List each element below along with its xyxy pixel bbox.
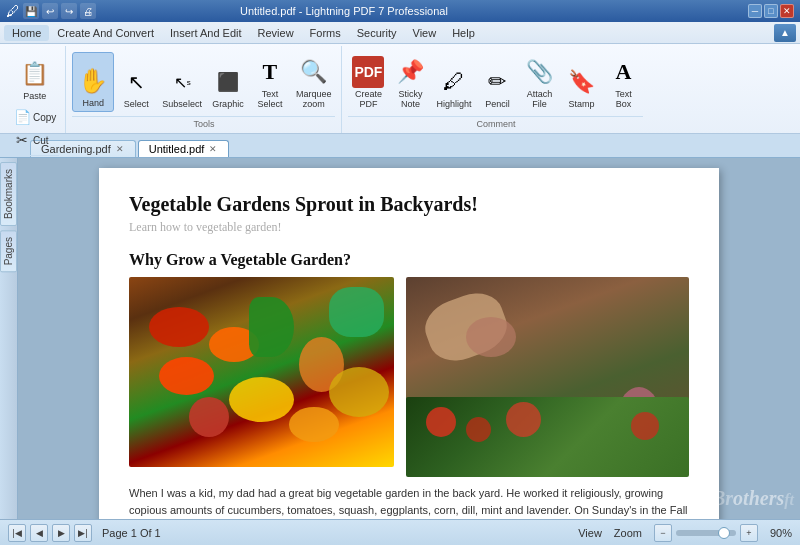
paste-btn[interactable]: 📋 Paste	[10, 48, 59, 104]
copy-cut-pair: 📄 Copy ✂ Cut	[10, 106, 59, 151]
graphic-btn[interactable]: ⬛ Graphic	[208, 52, 248, 112]
clipboard-group: 📋 Paste 📄 Copy ✂ Cut Clipboard	[4, 46, 66, 133]
close-btn[interactable]: ✕	[780, 4, 794, 18]
next-page-btn[interactable]: ▶	[52, 524, 70, 542]
tab-untitled-close[interactable]: ✕	[208, 144, 218, 154]
title-text: Untitled.pdf - Lightning PDF 7 Professio…	[240, 5, 448, 17]
menu-forms[interactable]: Forms	[302, 25, 349, 41]
menu-security[interactable]: Security	[349, 25, 405, 41]
stamp-label: Stamp	[568, 100, 594, 110]
status-right: View Zoom − + 90%	[578, 524, 792, 542]
view-label: View	[578, 527, 602, 539]
create-group: PDF CreatePDF 📌 StickyNote 🖊 Highlight ✏…	[342, 46, 649, 133]
select-btn[interactable]: ↖ Select	[116, 52, 156, 112]
ribbon-collapse-btn[interactable]: ▲	[774, 24, 796, 42]
zoom-out-btn[interactable]: −	[654, 524, 672, 542]
text-select-btn[interactable]: T TextSelect	[250, 52, 290, 112]
copy-btn[interactable]: 📄 Copy	[10, 106, 59, 128]
graphic-label: Graphic	[212, 100, 244, 110]
stamp-btn[interactable]: 🔖 Stamp	[561, 52, 601, 112]
menu-home[interactable]: Home	[4, 25, 49, 41]
sticky-note-icon: 📌	[394, 56, 426, 88]
maximize-btn[interactable]: □	[764, 4, 778, 18]
comment-label: Comment	[348, 116, 643, 131]
zoom-label: Zoom	[614, 527, 642, 539]
menu-review[interactable]: Review	[250, 25, 302, 41]
left-side-panel: Bookmarks Pages	[0, 158, 18, 519]
last-page-btn[interactable]: ▶|	[74, 524, 92, 542]
hand-btn[interactable]: ✋ Hand	[72, 52, 114, 112]
tab-untitled-label: Untitled.pdf	[149, 143, 205, 155]
zoom-in-btn[interactable]: +	[740, 524, 758, 542]
bookmarks-panel-tab[interactable]: Bookmarks	[0, 162, 17, 226]
text-box-label: TextBox	[615, 90, 632, 110]
watermark: Brothersft	[712, 485, 794, 511]
pdf-section-heading: Why Grow a Vegetable Garden?	[129, 251, 689, 269]
main-area: Bookmarks Pages Vegetable Gardens Sprout…	[0, 158, 800, 519]
hand-icon: ✋	[77, 65, 109, 97]
minimize-btn[interactable]: ─	[748, 4, 762, 18]
paste-label: Paste	[23, 92, 46, 102]
status-bar: |◀ ◀ ▶ ▶| Page 1 Of 1 View Zoom − + 90%	[0, 519, 800, 545]
ribbon: 📋 Paste 📄 Copy ✂ Cut Clipboard	[0, 44, 800, 134]
cut-icon: ✂	[13, 132, 31, 148]
zoom-slider[interactable]	[676, 530, 736, 536]
create-buttons: PDF CreatePDF 📌 StickyNote 🖊 Highlight ✏…	[348, 48, 643, 116]
sticky-note-btn[interactable]: 📌 StickyNote	[390, 52, 430, 112]
create-pdf-btn[interactable]: PDF CreatePDF	[348, 52, 388, 112]
save-quick-btn[interactable]: 💾	[23, 3, 39, 19]
marquee-zoom-label: Marqueezoom	[296, 90, 332, 110]
attach-file-icon: 📎	[523, 56, 555, 88]
subselect-btn[interactable]: ↖s Subselect	[158, 52, 206, 112]
pencil-icon: ✏	[481, 66, 513, 98]
text-select-label: TextSelect	[257, 90, 282, 110]
menu-help[interactable]: Help	[444, 25, 483, 41]
highlight-btn[interactable]: 🖊 Highlight	[432, 52, 475, 112]
text-box-btn[interactable]: A TextBox	[603, 52, 643, 112]
menu-view[interactable]: View	[405, 25, 445, 41]
marquee-zoom-btn[interactable]: 🔍 Marqueezoom	[292, 52, 336, 112]
create-pdf-icon: PDF	[352, 56, 384, 88]
tabs-bar: Gardening.pdf ✕ Untitled.pdf ✕	[0, 134, 800, 158]
menu-create-convert[interactable]: Create And Convert	[49, 25, 162, 41]
menu-bar: Home Create And Convert Insert And Edit …	[0, 22, 800, 44]
marquee-zoom-icon: 🔍	[298, 56, 330, 88]
clipboard-buttons: 📋 Paste 📄 Copy ✂ Cut	[10, 48, 59, 155]
sticky-note-label: StickyNote	[398, 90, 422, 110]
pencil-btn[interactable]: ✏ Pencil	[477, 52, 517, 112]
menu-insert-edit[interactable]: Insert And Edit	[162, 25, 250, 41]
document-area[interactable]: Vegetable Gardens Sprout in Backyards! L…	[18, 158, 800, 519]
pdf-body-text: When I was a kid, my dad had a great big…	[129, 485, 689, 519]
tools-label: Tools	[72, 116, 335, 131]
copy-label: Copy	[33, 112, 56, 123]
highlight-icon: 🖊	[438, 66, 470, 98]
highlight-label: Highlight	[436, 100, 471, 110]
pdf-page: Vegetable Gardens Sprout in Backyards! L…	[99, 168, 719, 519]
title-bar-left: 🖊 💾 ↩ ↪ 🖨 Untitled.pdf - Lightning PDF 7…	[6, 3, 448, 19]
zoom-control[interactable]: − +	[654, 524, 758, 542]
tab-untitled[interactable]: Untitled.pdf ✕	[138, 140, 230, 157]
paste-section: 📋 Paste 📄 Copy ✂ Cut	[10, 48, 59, 151]
window-controls: ─ □ ✕	[748, 4, 794, 18]
hand-label: Hand	[83, 99, 105, 109]
redo-quick-btn[interactable]: ↪	[61, 3, 77, 19]
subselect-icon: ↖s	[166, 66, 198, 98]
stamp-icon: 🔖	[565, 66, 597, 98]
text-select-icon: T	[254, 56, 286, 88]
prev-page-btn[interactable]: ◀	[30, 524, 48, 542]
print-quick-btn[interactable]: 🖨	[80, 3, 96, 19]
title-bar: 🖊 💾 ↩ ↪ 🖨 Untitled.pdf - Lightning PDF 7…	[0, 0, 800, 22]
undo-quick-btn[interactable]: ↩	[42, 3, 58, 19]
first-page-btn[interactable]: |◀	[8, 524, 26, 542]
vegetable-basket-image	[129, 277, 394, 467]
pages-panel-tab[interactable]: Pages	[0, 230, 17, 272]
attach-file-btn[interactable]: 📎 AttachFile	[519, 52, 559, 112]
cut-btn[interactable]: ✂ Cut	[10, 129, 59, 151]
pdf-main-title: Vegetable Gardens Sprout in Backyards!	[129, 192, 689, 216]
subselect-label: Subselect	[162, 100, 202, 110]
pencil-label: Pencil	[485, 100, 510, 110]
attach-file-label: AttachFile	[527, 90, 553, 110]
zoom-value: 90%	[770, 527, 792, 539]
tab-gardening-close[interactable]: ✕	[115, 144, 125, 154]
quick-access-toolbar: 🖊 💾 ↩ ↪ 🖨	[6, 3, 96, 19]
